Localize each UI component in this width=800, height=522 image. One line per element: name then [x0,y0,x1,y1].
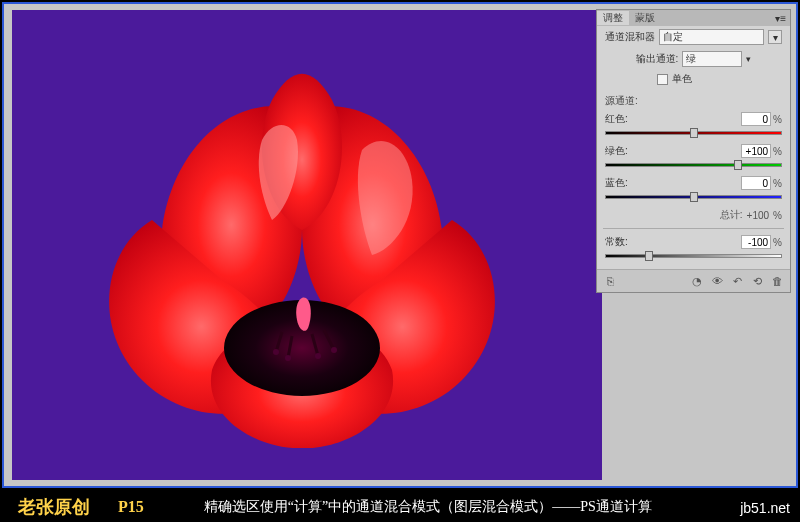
slider-green: 绿色: % [597,142,790,170]
flower-image [62,70,542,450]
preset-menu-button[interactable]: ▾ [768,30,782,44]
constant-value-input[interactable] [741,235,771,249]
total-label: 总计: [720,208,743,222]
panel-footer: ⎘ ◔ 👁 ↶ ⟲ 🗑 [597,269,790,292]
slider-label: 红色: [605,112,628,126]
svg-point-2 [285,355,291,361]
panel-menu-icon[interactable]: ▾≡ [771,13,790,24]
percent-label: % [773,146,782,157]
preset-select[interactable]: 自定 [659,29,764,45]
slider-label: 蓝色: [605,176,628,190]
source-channel-label: 源通道: [597,92,790,110]
percent-label: % [773,210,782,221]
chevron-down-icon: ▾ [746,54,751,64]
visibility-icon[interactable]: 👁 [710,274,724,288]
slider-constant: 常数: % [597,233,790,261]
caption-author: 老张原创 [18,495,90,519]
reset-icon[interactable]: ⟲ [750,274,764,288]
caption-page: P15 [118,498,144,516]
image-canvas [12,10,602,480]
constant-slider-track[interactable] [605,251,782,261]
monochrome-row: 单色 [597,70,790,92]
app-frame: 调整 蒙版 ▾≡ 通道混和器 自定 ▾ 输出通道: 绿 ▾ 单色 源通道: 红色… [2,2,798,488]
svg-point-1 [273,349,279,355]
monochrome-checkbox[interactable] [657,74,668,85]
percent-label: % [773,178,782,189]
percent-label: % [773,114,782,125]
green-value-input[interactable] [741,144,771,158]
output-row: 输出通道: 绿 ▾ [597,48,790,70]
percent-label: % [773,237,782,248]
tab-adjust[interactable]: 调整 [597,11,629,25]
link-icon[interactable]: ⎘ [603,274,617,288]
svg-point-3 [315,353,321,359]
slider-thumb[interactable] [734,160,742,170]
slider-label: 常数: [605,235,628,249]
watermark: jb51.net [740,500,790,516]
prev-state-icon[interactable]: ↶ [730,274,744,288]
divider [603,228,784,229]
blue-slider-track[interactable] [605,192,782,202]
red-value-input[interactable] [741,112,771,126]
blue-value-input[interactable] [741,176,771,190]
slider-thumb[interactable] [690,192,698,202]
clip-icon[interactable]: ◔ [690,274,704,288]
slider-label: 绿色: [605,144,628,158]
total-value: +100 [747,210,770,221]
slider-thumb[interactable] [690,128,698,138]
caption-bar: 老张原创 P15 精确选区使用“计算”中的通道混合模式（图层混合模式）——PS通… [0,492,800,522]
chevron-down-icon: ▾ [773,32,778,43]
caption-title: 精确选区使用“计算”中的通道混合模式（图层混合模式）——PS通道计算 [204,498,652,516]
output-channel-select[interactable]: 绿 [682,51,742,67]
monochrome-label: 单色 [672,72,692,86]
preset-row: 通道混和器 自定 ▾ [597,26,790,48]
panel-title: 通道混和器 [605,30,655,44]
slider-red: 红色: % [597,110,790,138]
panel-tabs: 调整 蒙版 ▾≡ [597,10,790,26]
output-label: 输出通道: [636,52,679,66]
svg-point-4 [331,347,337,353]
trash-icon[interactable]: 🗑 [770,274,784,288]
tab-mask[interactable]: 蒙版 [629,11,661,25]
slider-blue: 蓝色: % [597,174,790,202]
green-slider-track[interactable] [605,160,782,170]
channel-mixer-panel: 调整 蒙版 ▾≡ 通道混和器 自定 ▾ 输出通道: 绿 ▾ 单色 源通道: 红色… [596,9,791,293]
red-slider-track[interactable] [605,128,782,138]
slider-thumb[interactable] [645,251,653,261]
total-row: 总计: +100 % [597,206,790,224]
